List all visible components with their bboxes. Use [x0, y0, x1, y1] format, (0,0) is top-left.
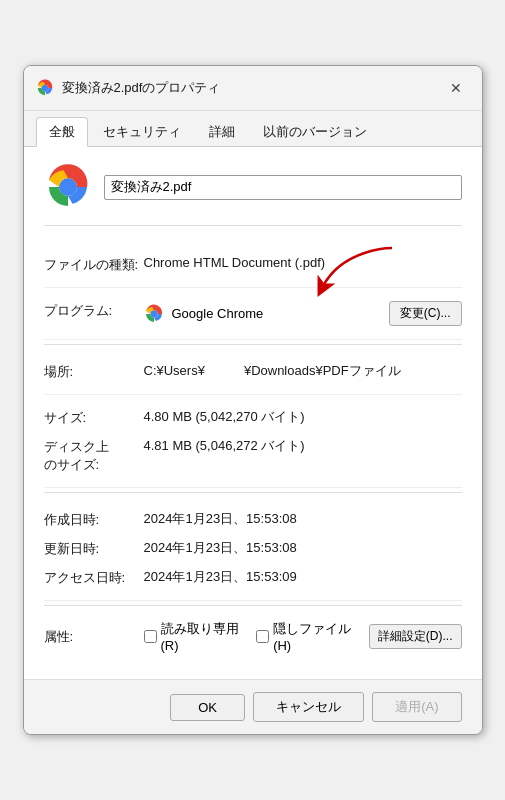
- ok-button[interactable]: OK: [170, 694, 245, 721]
- titlebar: 変換済み2.pdfのプロパティ ✕: [24, 66, 482, 111]
- hidden-label: 隠しファイル(H): [273, 620, 357, 653]
- size-label: サイズ:: [44, 408, 144, 427]
- close-button[interactable]: ✕: [442, 74, 470, 102]
- disk-size-value: 4.81 MB (5,046,272 バイト): [144, 437, 462, 455]
- file-type-row: ファイルの種類: Chrome HTML Document (.pdf): [44, 250, 462, 279]
- titlebar-icon: [36, 79, 54, 97]
- created-row: 作成日時: 2024年1月23日、15:53:08: [44, 505, 462, 534]
- size-value: 4.80 MB (5,042,270 バイト): [144, 408, 462, 426]
- disk-size-label: ディスク上 のサイズ:: [44, 437, 144, 474]
- separator-1: [44, 344, 462, 345]
- file-type-value: Chrome HTML Document (.pdf): [144, 255, 462, 270]
- tab-bar: 全般 セキュリティ 詳細 以前のバージョン: [24, 111, 482, 147]
- file-type-section: ファイルの種類: Chrome HTML Document (.pdf): [44, 242, 462, 288]
- content-area: ファイルの種類: Chrome HTML Document (.pdf) プログ…: [24, 147, 482, 679]
- created-value: 2024年1月23日、15:53:08: [144, 510, 462, 528]
- file-type-label: ファイルの種類:: [44, 255, 144, 274]
- readonly-checkbox[interactable]: [144, 630, 157, 643]
- checkboxes-group: 読み取り専用(R) 隠しファイル(H) 詳細設定(D)...: [144, 620, 462, 653]
- location-section: 場所: C:¥Users¥ ¥Downloads¥PDFファイル: [44, 349, 462, 395]
- modified-value: 2024年1月23日、15:53:08: [144, 539, 462, 557]
- readonly-label: 読み取り専用(R): [161, 620, 245, 653]
- location-row: 場所: C:¥Users¥ ¥Downloads¥PDFファイル: [44, 357, 462, 386]
- dates-section: 作成日時: 2024年1月23日、15:53:08 更新日時: 2024年1月2…: [44, 497, 462, 601]
- accessed-row: アクセス日時: 2024年1月23日、15:53:09: [44, 563, 462, 592]
- attributes-section: 属性: 読み取り専用(R) 隠しファイル(H) 詳細設定(D)...: [44, 610, 462, 663]
- svg-point-2: [60, 180, 75, 195]
- tab-general[interactable]: 全般: [36, 117, 88, 147]
- detail-settings-button[interactable]: 詳細設定(D)...: [369, 624, 462, 649]
- attributes-row: 属性: 読み取り専用(R) 隠しファイル(H) 詳細設定(D)...: [44, 620, 462, 653]
- file-icon-large: [44, 163, 92, 211]
- window-title: 変換済み2.pdfのプロパティ: [62, 79, 442, 97]
- attributes-label: 属性:: [44, 628, 144, 646]
- location-value: C:¥Users¥ ¥Downloads¥PDFファイル: [144, 362, 462, 380]
- filename-input[interactable]: [104, 175, 462, 200]
- created-label: 作成日時:: [44, 510, 144, 529]
- footer: OK キャンセル 適用(A): [24, 679, 482, 734]
- svg-point-0: [41, 85, 48, 92]
- hidden-checkbox[interactable]: [256, 630, 269, 643]
- size-section: サイズ: 4.80 MB (5,042,270 バイト) ディスク上 のサイズ:…: [44, 395, 462, 488]
- svg-point-4: [151, 311, 157, 317]
- hidden-checkbox-label[interactable]: 隠しファイル(H): [256, 620, 357, 653]
- size-row: サイズ: 4.80 MB (5,042,270 バイト): [44, 403, 462, 432]
- separator-3: [44, 605, 462, 606]
- separator-2: [44, 492, 462, 493]
- change-button[interactable]: 変更(C)...: [389, 301, 462, 326]
- accessed-label: アクセス日時:: [44, 568, 144, 587]
- accessed-value: 2024年1月23日、15:53:09: [144, 568, 462, 586]
- file-header: [44, 163, 462, 226]
- program-info: Google Chrome 変更(C)...: [144, 301, 462, 326]
- program-section: プログラム: Google Chrome 変更(C)...: [44, 288, 462, 340]
- modified-label: 更新日時:: [44, 539, 144, 558]
- cancel-button[interactable]: キャンセル: [253, 692, 364, 722]
- program-label: プログラム:: [44, 301, 144, 320]
- chrome-icon-small: [144, 304, 164, 324]
- disk-size-row: ディスク上 のサイズ: 4.81 MB (5,046,272 バイト): [44, 432, 462, 479]
- tab-security[interactable]: セキュリティ: [90, 117, 194, 146]
- tab-details[interactable]: 詳細: [196, 117, 248, 146]
- program-name: Google Chrome: [172, 306, 264, 321]
- properties-window: 変換済み2.pdfのプロパティ ✕ 全般 セキュリティ 詳細 以前のバージョン: [23, 65, 483, 735]
- location-label: 場所:: [44, 362, 144, 381]
- modified-row: 更新日時: 2024年1月23日、15:53:08: [44, 534, 462, 563]
- tab-previous-versions[interactable]: 以前のバージョン: [250, 117, 380, 146]
- program-row: プログラム: Google Chrome 変更(C)...: [44, 296, 462, 331]
- readonly-checkbox-label[interactable]: 読み取り専用(R): [144, 620, 245, 653]
- apply-button[interactable]: 適用(A): [372, 692, 461, 722]
